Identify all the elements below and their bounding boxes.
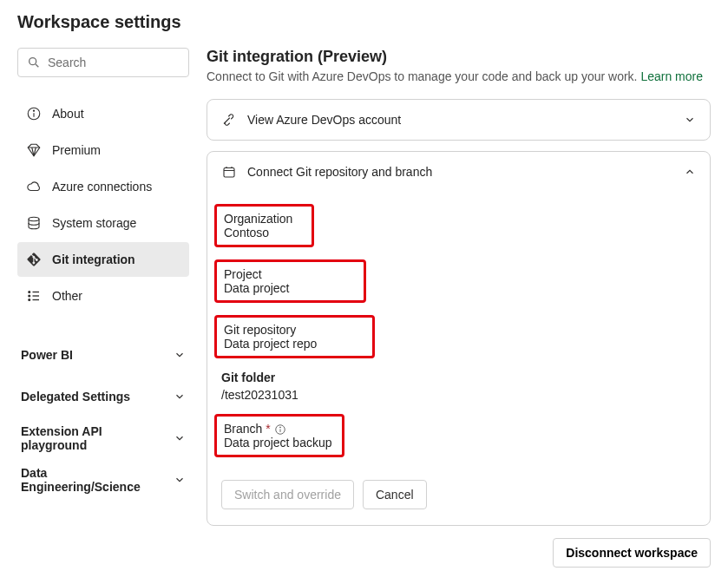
- sidebar-item-label: Azure connections: [52, 180, 152, 194]
- connect-repo-header[interactable]: Connect Git repository and branch: [207, 152, 710, 192]
- sidebar-group-extension-api[interactable]: Extension API playground: [17, 421, 189, 456]
- search-icon: [27, 56, 41, 69]
- folder-label: Git folder: [221, 371, 696, 384]
- organization-label: Organization: [224, 212, 305, 226]
- sidebar-item-about[interactable]: About: [17, 96, 189, 131]
- list-icon: [26, 288, 42, 304]
- repository-label: Git repository: [224, 323, 365, 337]
- section-title: Git integration (Preview): [207, 48, 711, 66]
- database-icon: [26, 215, 42, 231]
- project-value: Data project: [224, 281, 357, 295]
- sidebar-group-data-eng[interactable]: Data Engineering/Science: [17, 463, 189, 497]
- branch-label: Branch: [224, 422, 262, 436]
- info-icon: [26, 106, 42, 121]
- sidebar-item-label: Other: [52, 289, 82, 303]
- chevron-down-icon: [174, 474, 186, 486]
- chevron-down-icon: [684, 114, 696, 126]
- folder-value: /test20231031: [221, 388, 696, 402]
- repository-value: Data project repo: [224, 337, 365, 351]
- svg-point-4: [33, 110, 34, 111]
- svg-rect-12: [224, 168, 234, 178]
- sidebar-item-label: About: [52, 107, 84, 121]
- plug-icon: [221, 112, 237, 128]
- svg-line-1: [36, 64, 38, 67]
- svg-point-0: [30, 58, 36, 65]
- page-title: Workspace settings: [17, 12, 711, 32]
- disconnect-workspace-button[interactable]: Disconnect workspace: [553, 538, 711, 568]
- sidebar-item-label: Git integration: [52, 253, 135, 266]
- learn-more-link[interactable]: Learn more: [640, 69, 703, 83]
- info-icon: [274, 423, 286, 436]
- sidebar-group-label: Power BI: [21, 348, 73, 362]
- branch-selected-value: Data project backup: [224, 436, 335, 449]
- chevron-up-icon: [684, 166, 696, 178]
- cancel-button[interactable]: Cancel: [363, 480, 427, 509]
- sidebar-group-delegated[interactable]: Delegated Settings: [17, 379, 189, 414]
- card-title: Connect Git repository and branch: [247, 165, 684, 179]
- diamond-icon: [26, 142, 42, 158]
- sidebar-item-git-integration[interactable]: Git integration: [17, 242, 189, 277]
- view-devops-card: View Azure DevOps account: [207, 99, 711, 141]
- sidebar-group-label: Data Engineering/Science: [21, 466, 151, 494]
- chevron-down-icon: [174, 390, 186, 403]
- required-indicator: *: [266, 422, 270, 436]
- search-input[interactable]: Search: [17, 48, 189, 77]
- repo-icon: [221, 164, 237, 180]
- organization-value: Contoso: [224, 226, 305, 240]
- sidebar-group-label: Delegated Settings: [21, 390, 130, 404]
- git-icon: [26, 252, 42, 267]
- sidebar-item-premium[interactable]: Premium: [17, 133, 189, 167]
- section-description: Connect to Git with Azure DevOps to mana…: [207, 69, 711, 83]
- view-devops-header[interactable]: View Azure DevOps account: [207, 100, 710, 140]
- sidebar-item-other[interactable]: Other: [17, 279, 189, 313]
- svg-point-5: [29, 217, 39, 221]
- sidebar-item-azure-connections[interactable]: Azure connections: [17, 169, 189, 204]
- chevron-down-icon: [174, 349, 186, 361]
- switch-override-button[interactable]: Switch and override: [221, 480, 354, 509]
- project-label: Project: [224, 267, 357, 281]
- svg-point-8: [29, 299, 30, 301]
- sidebar-item-system-storage[interactable]: System storage: [17, 206, 189, 240]
- chevron-down-icon: [174, 432, 186, 444]
- connect-repo-card: Connect Git repository and branch Organi…: [207, 151, 711, 526]
- cloud-icon: [26, 179, 42, 194]
- card-title: View Azure DevOps account: [247, 113, 684, 127]
- svg-point-15: [279, 427, 280, 428]
- sidebar-group-label: Extension API playground: [21, 424, 151, 452]
- sidebar-item-label: System storage: [52, 216, 136, 230]
- sidebar-item-label: Premium: [52, 143, 101, 157]
- search-placeholder: Search: [48, 56, 86, 69]
- svg-point-6: [29, 292, 30, 293]
- svg-point-7: [29, 295, 30, 297]
- sidebar-group-power-bi[interactable]: Power BI: [17, 338, 189, 372]
